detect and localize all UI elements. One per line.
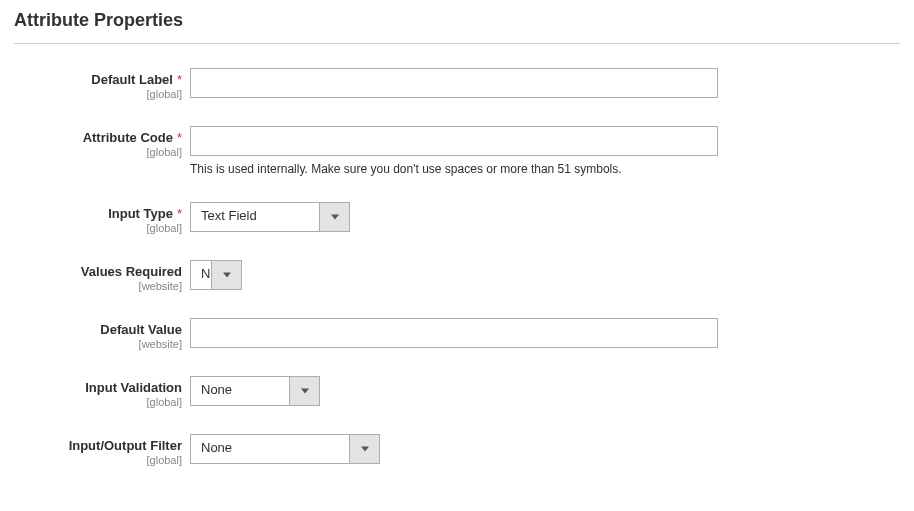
select-value: None — [191, 377, 289, 405]
label-input-type: Input Type — [108, 206, 173, 221]
required-mark: * — [177, 130, 182, 145]
input-col: None — [190, 376, 718, 406]
required-mark: * — [177, 72, 182, 87]
input-col — [190, 318, 718, 348]
label-col: Input Type* [global] — [14, 202, 190, 234]
field-input-validation: Input Validation [global] None — [14, 376, 900, 408]
scope-label: [global] — [14, 88, 182, 100]
select-value: Text Field — [191, 203, 319, 231]
scope-label: [global] — [14, 396, 182, 408]
attribute-code-note: This is used internally. Make sure you d… — [190, 162, 718, 176]
label-input-validation: Input Validation — [85, 380, 182, 395]
input-validation-select[interactable]: None — [190, 376, 320, 406]
chevron-down-icon — [289, 377, 319, 405]
attribute-code-input[interactable] — [190, 126, 718, 156]
chevron-down-icon — [211, 261, 241, 289]
scope-label: [website] — [14, 338, 182, 350]
field-default-value: Default Value [website] — [14, 318, 900, 350]
label-default-label: Default Label — [91, 72, 173, 87]
input-col: None — [190, 434, 718, 464]
label-col: Values Required [website] — [14, 260, 190, 292]
label-col: Default Label* [global] — [14, 68, 190, 100]
values-required-select[interactable]: No — [190, 260, 242, 290]
section-title: Attribute Properties — [14, 10, 900, 44]
scope-label: [website] — [14, 280, 182, 292]
default-label-input[interactable] — [190, 68, 718, 98]
select-value: No — [191, 261, 211, 289]
input-type-select[interactable]: Text Field — [190, 202, 350, 232]
scope-label: [global] — [14, 222, 182, 234]
field-input-type: Input Type* [global] Text Field — [14, 202, 900, 234]
chevron-down-icon — [319, 203, 349, 231]
input-col — [190, 68, 718, 98]
label-col: Input/Output Filter [global] — [14, 434, 190, 466]
scope-label: [global] — [14, 454, 182, 466]
default-value-input[interactable] — [190, 318, 718, 348]
field-default-label: Default Label* [global] — [14, 68, 900, 100]
label-col: Default Value [website] — [14, 318, 190, 350]
input-col: Text Field — [190, 202, 718, 232]
input-col: No — [190, 260, 718, 290]
select-value: None — [191, 435, 349, 463]
field-values-required: Values Required [website] No — [14, 260, 900, 292]
chevron-down-icon — [349, 435, 379, 463]
label-io-filter: Input/Output Filter — [69, 438, 182, 453]
io-filter-select[interactable]: None — [190, 434, 380, 464]
scope-label: [global] — [14, 146, 182, 158]
label-col: Input Validation [global] — [14, 376, 190, 408]
input-col: This is used internally. Make sure you d… — [190, 126, 718, 176]
field-attribute-code: Attribute Code* [global] This is used in… — [14, 126, 900, 176]
label-values-required: Values Required — [81, 264, 182, 279]
required-mark: * — [177, 206, 182, 221]
label-default-value: Default Value — [100, 322, 182, 337]
label-col: Attribute Code* [global] — [14, 126, 190, 158]
field-io-filter: Input/Output Filter [global] None — [14, 434, 900, 466]
label-attribute-code: Attribute Code — [83, 130, 173, 145]
